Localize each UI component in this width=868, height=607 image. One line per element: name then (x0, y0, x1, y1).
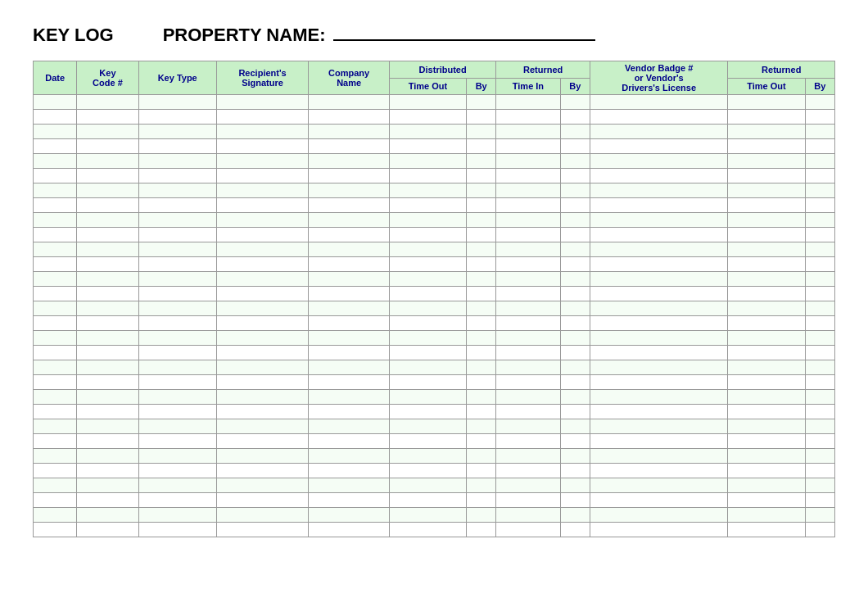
table-cell (728, 257, 805, 272)
table-cell (728, 331, 805, 346)
table-cell (805, 272, 834, 287)
table-cell (560, 139, 590, 154)
table-cell (728, 242, 805, 257)
table-cell (728, 375, 805, 390)
table-cell (467, 154, 496, 169)
table-cell (590, 95, 728, 110)
table-cell (560, 405, 590, 419)
table-cell (496, 228, 560, 242)
table-cell (496, 125, 560, 139)
table-cell (309, 449, 390, 464)
table-cell (805, 169, 834, 183)
table-cell (77, 257, 138, 272)
table-cell (389, 464, 466, 478)
table-row (34, 360, 835, 375)
table-cell (805, 346, 834, 360)
key-log-table: Date KeyCode # Key Type Recipient'sSigna… (33, 61, 835, 537)
col-distributed-by: By (467, 78, 496, 95)
table-cell (728, 110, 805, 125)
table-row (34, 110, 835, 125)
table-cell (728, 154, 805, 169)
table-cell (560, 169, 590, 183)
table-cell (805, 434, 834, 449)
table-cell (34, 169, 77, 183)
table-cell (590, 419, 728, 434)
table-row (34, 434, 835, 449)
table-cell (805, 213, 834, 228)
table-cell (309, 405, 390, 419)
table-cell (496, 242, 560, 257)
table-cell (309, 390, 390, 405)
table-cell (138, 523, 216, 537)
table-cell (389, 95, 466, 110)
table-cell (138, 508, 216, 523)
table-cell (590, 375, 728, 390)
table-cell (590, 449, 728, 464)
table-cell (77, 493, 138, 508)
table-cell (590, 110, 728, 125)
table-cell (309, 213, 390, 228)
table-cell (590, 287, 728, 301)
table-cell (560, 272, 590, 287)
table-cell (590, 405, 728, 419)
table-cell (496, 493, 560, 508)
col-returned-time-in: Time In (496, 78, 560, 95)
table-cell (138, 110, 216, 125)
table-cell (77, 125, 138, 139)
page-header: KEY LOG PROPERTY NAME: (33, 25, 835, 46)
table-cell (560, 125, 590, 139)
table-cell (138, 449, 216, 464)
table-cell (389, 419, 466, 434)
table-row (34, 449, 835, 464)
table-cell (496, 419, 560, 434)
table-cell (77, 478, 138, 493)
table-cell (467, 493, 496, 508)
table-cell (138, 139, 216, 154)
table-cell (216, 213, 309, 228)
table-cell (216, 523, 309, 537)
table-cell (77, 198, 138, 213)
table-cell (309, 331, 390, 346)
property-name-line (333, 39, 595, 41)
table-cell (138, 272, 216, 287)
table-cell (560, 95, 590, 110)
table-cell (389, 301, 466, 316)
table-cell (216, 95, 309, 110)
table-row (34, 464, 835, 478)
table-cell (77, 360, 138, 375)
table-cell (805, 449, 834, 464)
table-cell (138, 95, 216, 110)
table-cell (216, 301, 309, 316)
table-cell (309, 419, 390, 434)
table-cell (496, 316, 560, 331)
table-cell (138, 493, 216, 508)
table-cell (138, 419, 216, 434)
table-cell (77, 405, 138, 419)
table-cell (805, 331, 834, 346)
col-key-code: KeyCode # (77, 61, 138, 95)
table-cell (216, 257, 309, 272)
table-cell (389, 183, 466, 198)
table-cell (34, 125, 77, 139)
table-row (34, 405, 835, 419)
col-date: Date (34, 61, 77, 95)
table-cell (138, 346, 216, 360)
table-cell (728, 287, 805, 301)
table-cell (590, 478, 728, 493)
table-cell (805, 183, 834, 198)
table-cell (389, 110, 466, 125)
table-cell (728, 301, 805, 316)
table-cell (805, 242, 834, 257)
table-cell (77, 331, 138, 346)
table-cell (309, 228, 390, 242)
table-cell (560, 346, 590, 360)
table-cell (34, 287, 77, 301)
table-cell (560, 242, 590, 257)
table-cell (138, 257, 216, 272)
table-cell (216, 228, 309, 242)
table-cell (389, 346, 466, 360)
table-cell (138, 464, 216, 478)
table-cell (467, 508, 496, 523)
table-cell (728, 419, 805, 434)
table-cell (138, 183, 216, 198)
